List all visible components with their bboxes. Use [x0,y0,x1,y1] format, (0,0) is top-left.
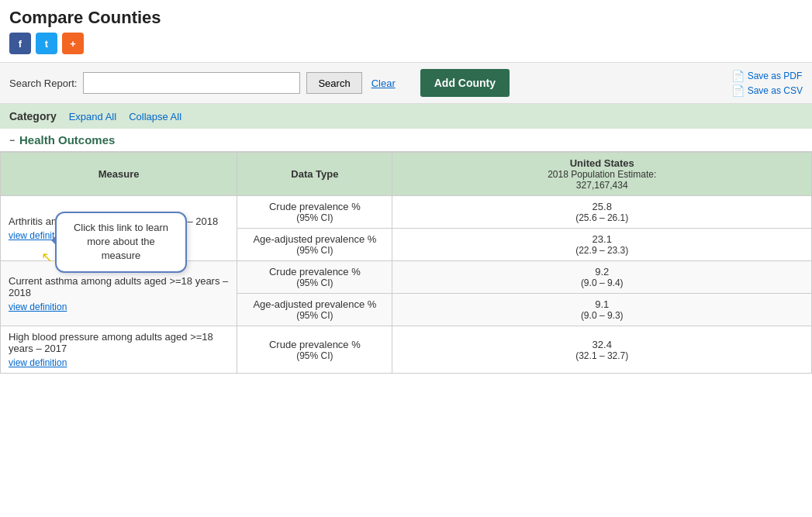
cursor-icon: ↖ [41,249,53,266]
value-cell: 25.8(25.6 – 26.1) [392,196,812,229]
category-bar: Category Expand All Collapse All [0,104,812,129]
data-type-cell: Age-adjusted prevalence %(95% CI) [237,229,392,261]
expand-all-link[interactable]: Expand All [69,111,116,122]
save-links: 📄 Save as PDF 📄 Save as CSV [731,70,803,97]
search-input[interactable] [83,72,300,94]
value-cell: 23.1(22.9 – 23.3) [392,229,812,261]
section-title-text: Health Outcomes [19,133,115,146]
view-definition-link[interactable]: view definition [9,302,67,312]
measure-text: High blood pressure among adults aged >=… [9,331,229,354]
share-icon[interactable]: + [62,33,84,54]
data-type-cell: Crude prevalence %(95% CI) [237,261,392,294]
twitter-icon[interactable]: t [36,33,57,54]
toolbar: Search Report: Search Clear Add County 📄… [0,62,812,104]
search-report-label: Search Report: [9,78,77,89]
us-pop-value: 327,167,434 [400,180,803,191]
measure-cell: Arthritis among adults aged >=18 years –… [1,196,237,261]
tooltip-container: view definitionClick this link to learn … [9,227,67,241]
table-row: High blood pressure among adults aged >=… [1,326,812,374]
data-table: Measure Data Type United States 2018 Pop… [0,152,812,374]
th-measure: Measure [1,153,237,196]
pdf-icon: 📄 [731,70,745,82]
us-pop-label: 2018 Population Estimate: [400,169,803,180]
search-button[interactable]: Search [306,72,361,94]
view-definition-link[interactable]: view definition [9,357,67,368]
value-cell: 9.2(9.0 – 9.4) [392,261,812,294]
add-county-button[interactable]: Add County [420,69,510,97]
data-type-cell: Age-adjusted prevalence %(95% CI) [237,294,392,326]
data-type-cell: Crude prevalence %(95% CI) [237,196,392,229]
collapse-icon[interactable]: − [9,135,15,146]
social-bar: f t + [0,33,812,62]
th-us: United States 2018 Population Estimate: … [392,153,812,196]
value-cell: 9.1(9.0 – 9.3) [392,294,812,326]
tooltip-bubble: Click this link to learn more about the … [55,212,187,273]
us-title: United States [400,157,803,169]
section-header: − Health Outcomes [0,129,812,152]
measure-text: Current asthma among adults aged >=18 ye… [9,275,229,298]
save-csv-link[interactable]: 📄 Save as CSV [731,84,803,97]
th-data-type: Data Type [237,153,392,196]
data-type-cell: Crude prevalence %(95% CI) [237,326,392,374]
save-pdf-link[interactable]: 📄 Save as PDF [731,70,803,82]
csv-icon: 📄 [731,84,745,97]
page-title: Compare Counties [0,0,812,33]
measure-cell: High blood pressure among adults aged >=… [1,326,237,374]
collapse-all-link[interactable]: Collapse All [129,111,181,122]
value-cell: 32.4(32.1 – 32.7) [392,326,812,374]
clear-button[interactable]: Clear [368,78,399,89]
facebook-icon[interactable]: f [9,33,31,54]
section-title: − Health Outcomes [9,133,803,146]
table-row: Arthritis among adults aged >=18 years –… [1,196,812,229]
category-label: Category [9,110,57,122]
